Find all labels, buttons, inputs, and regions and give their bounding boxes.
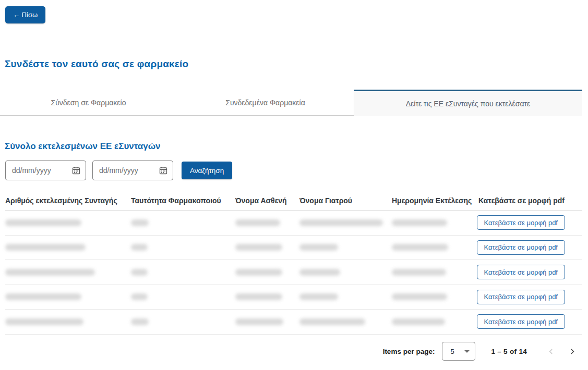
tab-bar: Σύνδεση σε Φαρμακείο Συνδεδεμένα Φαρμακε… (0, 90, 582, 116)
connect-pharmacy-page: ← Πίσω Συνδέστε τον εαυτό σας σε φαρμακε… (0, 0, 588, 370)
download-pdf-button[interactable]: Κατεβάστε σε μορφή pdf (477, 240, 565, 255)
redacted-execution-date (392, 244, 448, 251)
chevron-right-icon (569, 349, 575, 354)
redacted-patient-name (235, 318, 283, 325)
table-row: Κατεβάστε σε μορφή pdf (5, 285, 582, 310)
chevron-left-icon (548, 349, 554, 354)
redacted-prescription-number (5, 293, 81, 300)
items-per-page-value: 5 (450, 348, 454, 355)
redacted-doctor-name (299, 244, 338, 251)
redacted-prescription-number (5, 269, 95, 276)
redacted-pharmacist-id (131, 219, 149, 226)
date-from-field[interactable] (5, 161, 86, 180)
tab-connect-to-pharmacy[interactable]: Σύνδεση σε Φαρμακείο (0, 90, 177, 116)
download-pdf-button[interactable]: Κατεβάστε σε μορφή pdf (477, 265, 565, 279)
column-header-doctor-name: Όνομα Γιατρού (299, 196, 392, 205)
paginator: Items per page: 5 1 – 5 of 14 (5, 340, 582, 363)
redacted-pharmacist-id (131, 269, 148, 276)
table-row: Κατεβάστε σε μορφή pdf (5, 310, 582, 335)
page-title: Συνδέστε τον εαυτό σας σε φαρμακείο (5, 58, 188, 70)
column-header-download-pdf: Κατεβάστε σε μορφή pdf (478, 196, 582, 205)
redacted-pharmacist-id (131, 318, 149, 325)
table-row: Κατεβάστε σε μορφή pdf (5, 260, 582, 285)
search-button[interactable]: Αναζήτηση (182, 162, 232, 179)
items-per-page-label: Items per page: (383, 348, 435, 355)
redacted-prescription-number (5, 219, 81, 226)
page-range-label: 1 – 5 of 14 (491, 348, 527, 355)
redacted-execution-date (392, 269, 446, 276)
filter-toolbar: Αναζήτηση (5, 161, 232, 180)
column-header-pharmacist-id: Ταυτότητα Φαρμακοποιού (131, 196, 235, 205)
calendar-icon[interactable] (159, 166, 167, 175)
section-title: Σύνολο εκτελεσμένων ΕΕ εΣυνταγών (5, 141, 161, 152)
download-pdf-button[interactable]: Κατεβάστε σε μορφή pdf (477, 290, 565, 304)
redacted-execution-date (392, 318, 445, 325)
redacted-doctor-name (299, 318, 365, 325)
previous-page-button[interactable] (541, 341, 561, 362)
redacted-doctor-name (299, 219, 383, 226)
download-pdf-button[interactable]: Κατεβάστε σε μορφή pdf (477, 215, 565, 230)
redacted-prescription-number (5, 318, 83, 325)
back-button[interactable]: ← Πίσω (5, 6, 45, 23)
next-page-button[interactable] (561, 341, 582, 362)
download-pdf-button[interactable]: Κατεβάστε σε μορφή pdf (477, 314, 565, 329)
redacted-patient-name (235, 244, 282, 251)
date-to-input[interactable] (99, 166, 157, 175)
column-header-execution-date: Ημερομηνία Εκτέλεσης (392, 196, 478, 205)
redacted-doctor-name (299, 293, 338, 300)
chevron-down-icon (464, 350, 470, 353)
redacted-pharmacist-id (131, 244, 148, 251)
items-per-page-select[interactable]: 5 (442, 342, 475, 361)
table-row: Κατεβάστε σε μορφή pdf (5, 236, 582, 261)
column-header-patient-name: Όνομα Ασθενή (235, 196, 299, 205)
redacted-doctor-name (299, 269, 340, 276)
column-header-prescription-number: Αριθμός εκτελεσμένης Συνταγής (5, 196, 131, 205)
date-from-input[interactable] (12, 166, 70, 175)
redacted-patient-name (235, 219, 280, 226)
calendar-icon[interactable] (72, 166, 80, 175)
date-to-field[interactable] (92, 161, 173, 180)
table-header-row: Αριθμός εκτελεσμένης Συνταγής Ταυτότητα … (5, 191, 582, 211)
redacted-prescription-number (5, 244, 86, 251)
redacted-patient-name (235, 293, 282, 300)
tab-executed-eu-eprescriptions[interactable]: Δείτε τις ΕΕ εΣυνταγές που εκτελέσατε (354, 90, 582, 116)
redacted-execution-date (392, 219, 447, 226)
redacted-patient-name (235, 269, 282, 276)
tab-connected-pharmacies[interactable]: Συνδεδεμένα Φαρμακεία (177, 90, 354, 116)
table-row: Κατεβάστε σε μορφή pdf (5, 211, 582, 236)
redacted-execution-date (392, 293, 447, 300)
eprescriptions-table: Αριθμός εκτελεσμένης Συνταγής Ταυτότητα … (5, 191, 582, 335)
redacted-pharmacist-id (131, 293, 148, 300)
